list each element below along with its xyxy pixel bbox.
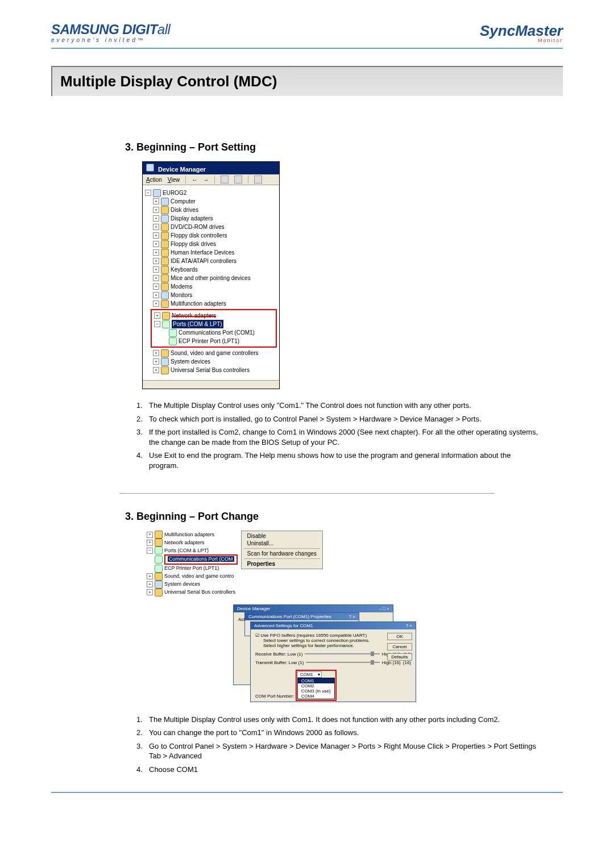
tx-slider[interactable] (306, 662, 380, 663)
tree-node-mice[interactable]: +Mice and other pointing devices (153, 274, 277, 282)
device-icon (155, 573, 163, 581)
tree-sub-lpt1[interactable]: ECP Printer Port (LPT1) (169, 337, 276, 345)
ctx-disable[interactable]: Disable (242, 532, 322, 540)
window-controls-icon[interactable]: ? × (349, 614, 355, 619)
menu-view[interactable]: View (168, 177, 180, 183)
com-port-combo-list[interactable]: COM1 COM2 COM3 (in use) COM4 (297, 678, 335, 699)
advanced-title: Advanced Settings for COM1 (254, 623, 313, 628)
tree-node-hid[interactable]: +Human Interface Devices (153, 248, 277, 257)
mini-node[interactable]: +Universal Serial Bus controllers (147, 589, 238, 596)
expand-icon[interactable]: + (153, 249, 159, 256)
expand-icon[interactable]: + (147, 581, 153, 587)
brand-name: SAMSUNG DIGIT (51, 22, 157, 37)
expand-icon[interactable]: + (153, 301, 159, 307)
toolbar-icon-1[interactable] (221, 176, 229, 183)
tree-sub-com1[interactable]: Communications Port (COM1) (169, 328, 276, 337)
checkbox-icon[interactable]: ☑ (255, 633, 259, 638)
collapse-icon[interactable]: − (147, 548, 153, 554)
expand-icon[interactable]: + (147, 573, 153, 579)
tree-node-dvd-cdrom[interactable]: +DVD/CD-ROM drives (153, 223, 277, 231)
tree-node-disk-drives[interactable]: +Disk drives (153, 206, 277, 214)
context-menu: Disable Uninstall... Scan for hardware c… (241, 531, 323, 569)
tree-node-ports[interactable]: − Ports (COM & LPT) (154, 320, 276, 328)
section1-heading: 3. Beginning – Port Setting (125, 141, 563, 153)
expand-icon[interactable]: + (147, 589, 153, 595)
expand-icon[interactable]: + (153, 198, 159, 205)
tree-label: Modems (171, 282, 192, 291)
mini-node[interactable]: +Network adapters (147, 539, 238, 546)
nav-back-icon[interactable]: ← (192, 177, 197, 183)
expand-icon[interactable]: + (153, 292, 159, 298)
tree-root[interactable]: − EUROG2 (145, 189, 277, 197)
mini-node[interactable]: +System devices (147, 581, 238, 589)
tree-node-monitors[interactable]: +Monitors (153, 291, 277, 299)
cancel-button[interactable]: Cancel (387, 643, 412, 650)
tree-node-display-adapters[interactable]: +Display adapters (153, 214, 277, 223)
defaults-button[interactable]: Defaults (387, 653, 412, 661)
tree-node-floppy-drives[interactable]: +Floppy disk drives (153, 240, 277, 248)
expand-icon[interactable]: + (153, 283, 159, 290)
mini-node[interactable]: +Multifunction adapters (147, 531, 238, 539)
tree-node-ide[interactable]: +IDE ATA/ATAPI controllers (153, 257, 277, 265)
collapse-icon[interactable]: − (154, 321, 160, 327)
expand-icon[interactable]: + (153, 358, 159, 365)
advanced-titlebar: Advanced Settings for COM1 ? × (251, 622, 416, 629)
tree-node-multifunction[interactable]: +Multifunction adapters (153, 299, 277, 308)
device-icon (161, 198, 169, 206)
toolbar-icon-2[interactable] (234, 176, 242, 183)
portchange-composite: +Multifunction adapters +Network adapter… (142, 531, 563, 707)
com1-properties-title: Communications Port (COM1) Properties (248, 614, 331, 619)
expand-icon[interactable]: + (153, 215, 159, 222)
mini-sub-lpt1[interactable]: ECP Printer Port (LPT1) (155, 565, 238, 573)
ctx-properties[interactable]: Properties (242, 560, 322, 567)
expand-icon[interactable]: + (153, 266, 159, 273)
transmit-buffer-row: Transmit Buffer: Low (1) High (16) (16) (255, 660, 411, 665)
expand-icon[interactable]: + (153, 232, 159, 239)
nav-forward-icon[interactable]: → (203, 177, 209, 183)
window-controls-icon[interactable]: – □ × (379, 606, 389, 611)
tree-label: Network adapters (164, 539, 205, 547)
combo-option[interactable]: COM2 (298, 683, 334, 688)
tree-node-system-devices[interactable]: +System devices (153, 357, 277, 366)
expand-icon[interactable]: + (147, 540, 153, 546)
ok-button[interactable]: OK (387, 633, 412, 640)
ctx-scan[interactable]: Scan for hardware changes (242, 550, 322, 557)
mini-sub-com1[interactable]: Communications Port (COM (155, 554, 238, 565)
tree-label: Multifunction adapters (171, 299, 226, 308)
combo-option[interactable]: COM4 (298, 694, 334, 699)
toolbar-icon-3[interactable] (254, 176, 262, 183)
tree-label: System devices (164, 581, 200, 589)
tree-node-computer[interactable]: +Computer (153, 197, 277, 206)
mini-node-ports[interactable]: −Ports (COM & LPT) (147, 546, 238, 554)
tree-node-usb[interactable]: +Universal Serial Bus controllers (153, 366, 277, 374)
expand-icon[interactable]: + (153, 258, 159, 264)
tree-node-modems[interactable]: +Modems (153, 282, 277, 291)
combo-option[interactable]: COM1 (298, 678, 334, 683)
rx-slider[interactable] (305, 653, 379, 654)
window-controls-icon[interactable]: ? × (406, 623, 412, 628)
expand-icon[interactable]: + (147, 532, 153, 538)
mini-node[interactable]: +Sound, video and game contro (147, 573, 238, 581)
combo-option[interactable]: COM3 (in use) (298, 688, 334, 694)
device-icon (161, 349, 169, 357)
tree-node-keyboards[interactable]: +Keyboards (153, 265, 277, 274)
product-name: SyncMaster (480, 22, 563, 39)
expand-icon[interactable]: + (153, 207, 159, 213)
tree-node-sound[interactable]: +Sound, video and game controllers (153, 349, 277, 357)
expand-icon[interactable]: + (153, 241, 159, 247)
ctx-uninstall[interactable]: Uninstall... (242, 540, 322, 547)
com-port-combo[interactable]: COM1 (297, 671, 322, 678)
tx-high: High (16) (382, 660, 401, 665)
tree-node-floppy-ctrl[interactable]: +Floppy disk controllers (153, 231, 277, 240)
collapse-icon[interactable]: − (145, 190, 151, 196)
device-manager-window: Device Manager Action View ← → − EUROG2 (142, 161, 280, 389)
expand-icon[interactable]: + (153, 367, 159, 373)
menu-action[interactable]: Action (146, 177, 162, 183)
expand-icon[interactable]: + (154, 312, 160, 319)
tree-node-network[interactable]: + Network adapters (154, 311, 276, 320)
network-adapters-struck: Network adapters (172, 311, 216, 320)
expand-icon[interactable]: + (153, 275, 159, 281)
expand-icon[interactable]: + (153, 350, 159, 356)
com-port-highlight-box: COM1 COM1 COM2 COM3 (in use) COM4 (296, 670, 337, 701)
expand-icon[interactable]: + (153, 224, 159, 230)
